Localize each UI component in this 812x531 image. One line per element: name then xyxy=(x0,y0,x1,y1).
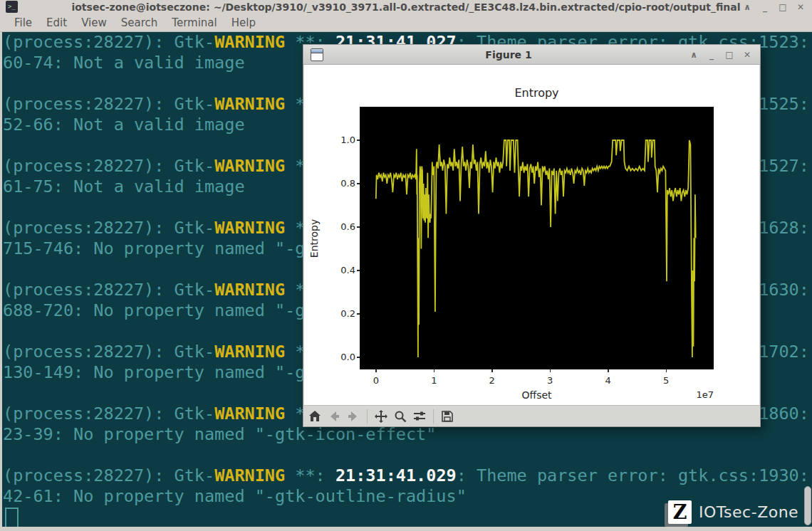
y-tick-label: 1.0 xyxy=(331,135,355,145)
entropy-series-line xyxy=(376,140,696,357)
close-button[interactable]: ✕ xyxy=(795,0,806,14)
terminal-line xyxy=(3,445,809,466)
forward-icon[interactable] xyxy=(346,409,360,424)
toolbar-separator xyxy=(433,409,434,424)
figure-window-title: Figure 1 xyxy=(329,49,688,61)
maximize-button[interactable]: □ xyxy=(777,0,788,14)
desktop-screen: >_ iotsec-zone@iotseczone: ~/Desktop/391… xyxy=(0,0,812,531)
x-axis-label: Offset xyxy=(360,389,714,401)
y-tick-label: 0.4 xyxy=(331,265,355,275)
terminal-window-controls: ∧_□✕ xyxy=(741,0,806,14)
y-tick-label: 0.8 xyxy=(331,178,355,189)
shade-button[interactable]: ∧ xyxy=(688,48,699,62)
terminal-window-title: iotsec-zone@iotseczone: ~/Desktop/3910/_… xyxy=(0,1,812,13)
menu-terminal[interactable]: Terminal xyxy=(165,16,224,29)
figure-titlebar[interactable]: Figure 1 ∧_□✕ xyxy=(303,45,760,65)
close-button[interactable]: ✕ xyxy=(741,48,753,62)
figure-toolbar xyxy=(303,405,760,426)
figure-window-icon xyxy=(311,48,323,61)
x-tick-label: 2 xyxy=(482,375,503,386)
terminal-bottom-border xyxy=(0,527,812,531)
toolbar-separator xyxy=(367,409,368,424)
y-tick-label: 0.6 xyxy=(331,221,355,232)
minimize-button[interactable]: _ xyxy=(706,48,717,62)
menu-search[interactable]: Search xyxy=(114,16,165,29)
home-icon[interactable] xyxy=(308,409,322,424)
terminal-line: (process:28227): Gtk-WARNING **: 21:31:4… xyxy=(3,466,809,486)
terminal-scrollbar-thumb[interactable] xyxy=(804,486,811,525)
save-icon[interactable] xyxy=(440,409,454,424)
back-icon[interactable] xyxy=(327,409,341,424)
figure-window[interactable]: Figure 1 ∧_□✕ Entropy Entropy Offset 1e7… xyxy=(303,44,761,427)
shade-button[interactable]: ∧ xyxy=(741,0,753,14)
x-tick-mark xyxy=(375,369,377,372)
y-tick-label: 0.2 xyxy=(331,308,355,319)
y-tick-mark xyxy=(357,183,360,184)
watermark: Z IOTsec-Zone xyxy=(668,500,798,524)
entropy-line-chart xyxy=(360,107,714,369)
x-tick-mark xyxy=(550,369,551,372)
y-tick-mark xyxy=(357,226,360,228)
x-tick-label: 1 xyxy=(423,375,444,386)
menu-help[interactable]: Help xyxy=(224,16,263,29)
menu-bar: FileEditViewSearchTerminalHelp xyxy=(0,14,812,32)
x-tick-mark xyxy=(666,369,667,372)
menu-view[interactable]: View xyxy=(74,16,114,29)
zoom-icon[interactable] xyxy=(393,409,407,424)
x-tick-label: 5 xyxy=(655,375,677,386)
y-tick-mark xyxy=(357,357,360,358)
y-tick-mark xyxy=(357,313,360,315)
figure-canvas: Entropy Entropy Offset 1e7 0.00.20.40.60… xyxy=(304,65,759,406)
menu-edit[interactable]: Edit xyxy=(39,16,74,29)
terminal-app-icon: >_ xyxy=(6,1,18,13)
x-tick-mark xyxy=(491,369,493,372)
y-tick-mark xyxy=(357,140,360,141)
figure-window-controls: ∧_□✕ xyxy=(688,48,753,62)
y-tick-mark xyxy=(357,270,360,271)
x-tick-label: 3 xyxy=(539,375,561,386)
terminal-titlebar[interactable]: >_ iotsec-zone@iotseczone: ~/Desktop/391… xyxy=(0,0,812,14)
x-tick-label: 0 xyxy=(365,375,387,386)
iotsec-zone-logo-icon: Z xyxy=(668,500,692,524)
watermark-text: IOTsec-Zone xyxy=(699,503,798,521)
terminal-line: 23-39: No property named "-gtk-icon-effe… xyxy=(3,424,809,445)
x-axis-multiplier: 1e7 xyxy=(685,389,714,400)
x-tick-mark xyxy=(434,369,435,372)
plot-area xyxy=(360,107,714,369)
configure-icon[interactable] xyxy=(412,409,427,424)
y-tick-label: 0.0 xyxy=(331,352,355,362)
maximize-button[interactable]: □ xyxy=(724,48,735,62)
plot-title: Entropy xyxy=(360,86,714,100)
terminal-cursor xyxy=(5,508,19,527)
y-axis-label: Entropy xyxy=(308,189,320,288)
minimize-button[interactable]: _ xyxy=(759,0,771,14)
pan-icon[interactable] xyxy=(374,409,388,424)
x-tick-label: 4 xyxy=(598,375,619,386)
menu-file[interactable]: File xyxy=(7,16,39,29)
x-tick-mark xyxy=(608,369,609,372)
